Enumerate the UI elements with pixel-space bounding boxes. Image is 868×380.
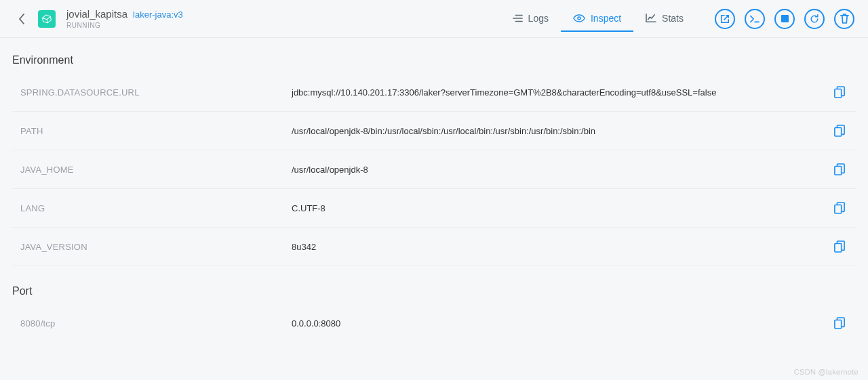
copy-button[interactable] [831,238,848,255]
title-block: jovial_kapitsa laker-java:v3 RUNNING [66,8,183,30]
tabs: Logs Inspect Stats [500,6,696,32]
env-row: JAVA_HOME /usr/local/openjdk-8 [12,150,856,189]
environment-title: Environment [12,54,856,66]
port-title: Port [12,285,856,297]
copy-button[interactable] [831,200,848,216]
tab-inspect[interactable]: Inspect [561,6,633,32]
env-key: SPRING.DATASOURCE.URL [20,87,292,98]
chart-icon [646,14,656,23]
container-status: RUNNING [66,22,183,30]
tab-inspect-label: Inspect [591,13,621,24]
svg-rect-11 [835,320,842,329]
stop-button[interactable] [774,9,795,29]
header-actions [715,9,854,29]
container-icon [38,10,56,28]
container-name: jovial_kapitsa [66,8,127,20]
copy-button[interactable] [831,315,848,331]
copy-button[interactable] [831,123,848,139]
content: Environment SPRING.DATASOURCE.URL jdbc:m… [0,38,868,342]
port-row: 8080/tcp 0.0.0.0:8080 [12,304,856,342]
tab-stats[interactable]: Stats [633,6,696,32]
watermark: CSDN @lakernote [794,368,859,376]
env-key: LANG [20,203,292,213]
svg-rect-5 [781,15,789,22]
copy-button[interactable] [831,84,848,100]
svg-rect-8 [835,167,842,175]
delete-button[interactable] [834,9,854,29]
env-row: PATH /usr/local/openjdk-8/bin:/usr/local… [12,112,856,150]
svg-point-3 [578,16,580,19]
env-value: 8u342 [292,242,831,252]
port-key: 8080/tcp [20,318,292,329]
env-value: C.UTF-8 [292,203,831,213]
env-value: /usr/local/openjdk-8 [292,165,831,175]
open-external-button[interactable] [715,9,735,29]
env-value: jdbc:mysql://10.140.201.17:3306/laker?se… [292,87,831,98]
back-button[interactable] [14,11,30,27]
port-value: 0.0.0.0:8080 [292,318,831,329]
tab-stats-label: Stats [662,13,684,24]
terminal-button[interactable] [745,9,765,29]
tab-logs-label: Logs [528,13,549,24]
env-row: SPRING.DATASOURCE.URL jdbc:mysql://10.14… [12,73,856,112]
header-bar: jovial_kapitsa laker-java:v3 RUNNING Log… [0,0,868,38]
env-key: PATH [20,126,292,136]
copy-button[interactable] [831,161,848,177]
svg-rect-7 [835,128,842,136]
env-key: JAVA_HOME [20,165,292,175]
tab-logs[interactable]: Logs [500,6,561,32]
port-table: 8080/tcp 0.0.0.0:8080 [12,304,856,342]
svg-rect-6 [835,89,842,98]
env-key: JAVA_VERSION [20,242,292,252]
env-row: LANG C.UTF-8 [12,189,856,228]
env-row: JAVA_VERSION 8u342 [12,228,856,266]
restart-button[interactable] [804,9,825,29]
svg-rect-9 [835,205,842,213]
svg-rect-10 [835,244,842,252]
list-icon [512,14,523,23]
container-image-link[interactable]: laker-java:v3 [133,9,183,20]
environment-table: SPRING.DATASOURCE.URL jdbc:mysql://10.14… [12,73,856,266]
eye-icon [573,14,585,23]
env-value: /usr/local/openjdk-8/bin:/usr/local/sbin… [292,126,831,136]
